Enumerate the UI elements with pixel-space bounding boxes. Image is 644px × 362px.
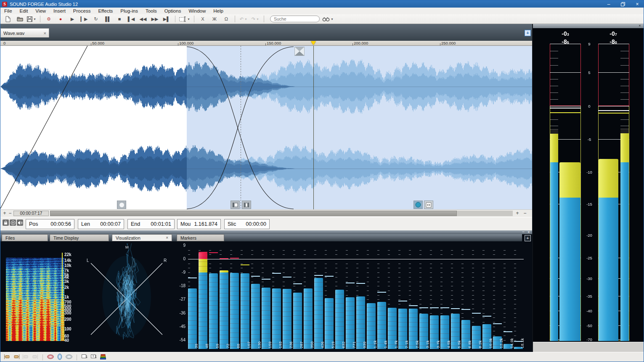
waveform-scrollbar[interactable]	[50, 211, 513, 216]
event-circle-indicator-button[interactable]	[117, 201, 126, 209]
menu-item-tools[interactable]: Tools	[142, 8, 161, 14]
event-fade-in-handle[interactable]	[231, 201, 240, 209]
loop-playback-button[interactable]: ↻	[91, 15, 101, 23]
spectrum-x-label: 59	[215, 344, 220, 348]
minimize-button[interactable]: –	[602, 0, 616, 8]
crossfade-tool-button[interactable]: X	[198, 15, 207, 23]
meter-peak-readout[interactable]: -03	[553, 30, 578, 37]
scrollbar-thumb[interactable]	[50, 211, 457, 216]
status-field-end[interactable]: End00:01:01	[127, 219, 175, 229]
status-field-value[interactable]: 00:00:00	[246, 221, 266, 227]
menu-item-help[interactable]: Help	[209, 8, 227, 14]
spectrum-peak-hold	[482, 316, 491, 317]
meter-peak-hold[interactable]	[550, 108, 581, 108]
menu-item-window[interactable]: Window	[185, 8, 209, 14]
meter-peak-readout[interactable]: -07	[601, 30, 626, 37]
event-fade-out-handle[interactable]	[242, 201, 251, 209]
magnify-selection-button[interactable]	[46, 354, 55, 361]
record-options-button[interactable]: ⚙	[44, 15, 53, 23]
rewind-button[interactable]: ◀◀	[138, 15, 148, 23]
dock-header-bar[interactable]	[0, 230, 533, 234]
crossfade-type-button[interactable]	[294, 47, 305, 56]
dock-close-button[interactable]: ×	[527, 230, 531, 234]
find-button[interactable]: ▼	[322, 15, 334, 23]
meter-rms-readout[interactable]: -85	[553, 38, 578, 45]
event-stretch-button[interactable]	[424, 201, 433, 209]
zoom-out-left-button[interactable]: −	[7, 211, 13, 217]
marker-insert-button[interactable]	[3, 354, 11, 361]
record-button[interactable]: ●	[56, 15, 65, 23]
restore-button[interactable]	[616, 0, 630, 8]
time-ruler[interactable]: 050.000100.000150.000200.000250.000	[0, 41, 532, 46]
dropdown-arrow-icon[interactable]: ▼	[244, 18, 247, 21]
meter-rms-readout[interactable]: -80	[601, 38, 626, 45]
tab-close-icon[interactable]: ×	[44, 31, 46, 36]
dock-tab-close-icon[interactable]: ×	[166, 235, 168, 240]
menu-item-insert[interactable]: Insert	[50, 8, 69, 14]
auto-snap-event-button[interactable]	[80, 354, 89, 361]
cursor-marker-icon[interactable]	[311, 41, 316, 45]
playback-cursor-line[interactable]	[313, 46, 314, 209]
restore-icon	[621, 2, 625, 6]
close-button[interactable]: ×	[630, 0, 644, 8]
dock-minimize-button[interactable]: –	[521, 230, 525, 234]
menu-item-process[interactable]: Process	[69, 8, 95, 14]
event-loop-indicator-button[interactable]	[413, 201, 423, 209]
dock-tab-visualization[interactable]: Visualization×	[112, 234, 172, 241]
menu-item-view[interactable]: View	[32, 8, 50, 14]
pause-button[interactable]: ▌▌	[103, 15, 112, 23]
auto-crossfade-tool-button[interactable]: Ж	[210, 15, 219, 23]
dock-tab-timedisplay[interactable]: Time Display	[50, 234, 109, 241]
fast-forward-button[interactable]: ▶▶	[150, 15, 159, 23]
auto-snap-grid-button[interactable]	[90, 354, 98, 361]
menu-item-file[interactable]: File	[0, 8, 16, 14]
status-field-value[interactable]: 00:01:01	[151, 221, 171, 227]
status-field-len[interactable]: Len00:00:07	[78, 219, 124, 229]
dock-tab-files[interactable]: Files	[2, 234, 48, 241]
dropdown-arrow-icon[interactable]: ▼	[33, 18, 36, 21]
open-file-button[interactable]	[15, 15, 24, 23]
status-field-pos[interactable]: Pos00:00:56	[26, 219, 74, 229]
dock-tab-markers[interactable]: Markers	[177, 234, 224, 241]
menu-item-options[interactable]: Options	[161, 8, 185, 14]
play-button[interactable]: ▶	[68, 15, 77, 23]
play-from-start-button[interactable]: ▎▶	[80, 15, 89, 23]
meter-header-bar[interactable]	[533, 24, 644, 28]
status-field-value[interactable]: 00:00:56	[50, 221, 71, 227]
zoom-in-left-button[interactable]: +	[2, 211, 8, 217]
zoom-out-button[interactable]: −	[522, 211, 528, 217]
channel-meter-layers-button[interactable]	[99, 354, 107, 361]
zoom-in-button[interactable]: +	[514, 211, 520, 217]
dropdown-arrow-icon[interactable]: ▼	[331, 18, 334, 21]
document-tab-wave[interactable]: Wave.wav ×	[0, 28, 49, 37]
menu-item-edit[interactable]: Edit	[16, 8, 32, 14]
status-field-slic[interactable]: Slic00:00:00	[224, 219, 270, 229]
magnify-level-button[interactable]	[65, 354, 73, 361]
go-to-end-button[interactable]: ▶▌	[162, 15, 171, 23]
dropdown-arrow-icon[interactable]: ▼	[256, 18, 259, 21]
status-field-mou[interactable]: Mou1.161.874	[177, 219, 221, 229]
dock-add-window-button[interactable]: +	[525, 235, 531, 241]
menu-item-effects[interactable]: Effects	[94, 8, 117, 14]
search-input[interactable]	[270, 16, 320, 22]
meter-tick	[550, 119, 558, 120]
menu-item-plugins[interactable]: Plug-ins	[117, 8, 142, 14]
meter-peak-hold[interactable]	[598, 110, 629, 111]
status-field-value[interactable]: 00:00:07	[100, 221, 121, 227]
dropdown-arrow-icon[interactable]: ▼	[187, 18, 190, 21]
save-file-button[interactable]: ▼	[27, 15, 36, 23]
edit-cursor-line[interactable]	[241, 46, 241, 209]
meter-close-button[interactable]: ×	[637, 24, 642, 28]
speaker-icon[interactable]	[17, 219, 23, 226]
magnify-time-button[interactable]	[56, 354, 64, 361]
stop-button[interactable]: ■	[115, 15, 124, 23]
edit-tool-button[interactable]: ▼	[179, 15, 190, 23]
snap-toggle-button[interactable]: Ω	[222, 15, 231, 23]
new-file-button[interactable]	[3, 15, 13, 23]
go-to-start-button[interactable]: ▌◀	[127, 15, 136, 23]
maximize-width-button[interactable]: +	[525, 30, 531, 36]
lock-icon[interactable]	[3, 219, 9, 226]
status-field-value[interactable]: 1.161.874	[194, 221, 217, 227]
region-insert-button[interactable]	[12, 354, 21, 361]
play-device-icon[interactable]	[10, 219, 16, 226]
